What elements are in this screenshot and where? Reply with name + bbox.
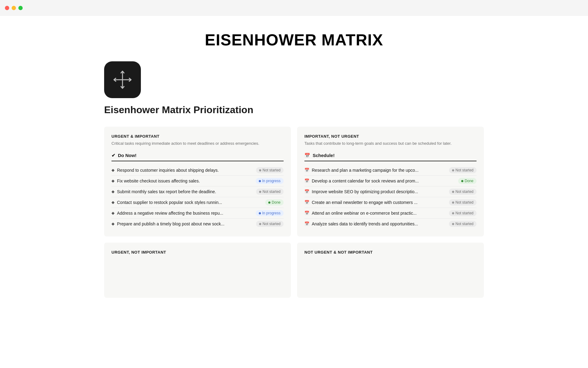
diamond-icon: ◆ xyxy=(111,221,115,226)
calendar-task-icon: 📅 xyxy=(304,211,309,215)
calendar-task-icon: 📅 xyxy=(304,200,309,205)
dot-icon xyxy=(461,180,463,182)
calendar-task-icon: 📅 xyxy=(304,189,309,194)
table-row[interactable]: ◆ Fix website checkout issues affecting … xyxy=(111,176,284,186)
page-subtitle: Eisenhower Matrix Prioritization xyxy=(104,104,484,116)
dot-icon xyxy=(259,223,261,225)
dot-icon xyxy=(259,180,261,182)
quadrant-urgent-important: URGENT & IMPORTANT Critical tasks requir… xyxy=(104,127,291,236)
app-icon xyxy=(104,61,141,98)
matrix-grid: URGENT & IMPORTANT Critical tasks requir… xyxy=(104,127,484,298)
table-row[interactable]: ◆ Respond to customer inquiries about sh… xyxy=(111,165,284,176)
status-badge: Not started xyxy=(449,221,477,227)
diamond-icon: ◆ xyxy=(111,189,115,194)
task-text: Improve website SEO by optimizing produc… xyxy=(312,189,418,194)
page-title: EISENHOWER MATRIX xyxy=(104,31,484,49)
diamond-icon: ◆ xyxy=(111,200,115,205)
table-row[interactable]: 📅 Attend an online webinar on e-commerce… xyxy=(304,208,477,219)
calendar-task-icon: 📅 xyxy=(304,178,309,183)
status-badge: Not started xyxy=(449,199,477,205)
section-title-schedule: 📅 Schedule! xyxy=(304,153,477,161)
window-chrome xyxy=(0,0,588,16)
dot-icon xyxy=(268,201,270,204)
table-row[interactable]: ◆ Prepare and publish a timely blog post… xyxy=(111,219,284,229)
table-row[interactable]: ◆ Address a negative review affecting th… xyxy=(111,208,284,219)
status-badge: Not started xyxy=(256,167,284,173)
status-badge: Not started xyxy=(256,221,284,227)
table-row[interactable]: 📅 Develop a content calendar for sock re… xyxy=(304,176,477,186)
task-text: Submit monthly sales tax report before t… xyxy=(117,189,216,194)
quadrant-not-urgent-not-important: NOT URGENT & NOT IMPORTANT xyxy=(297,243,484,298)
table-row[interactable]: ◆ Contact supplier to restock popular so… xyxy=(111,197,284,208)
checkmark-icon: ✔ xyxy=(111,153,115,158)
quadrant-header-urgent-important: URGENT & IMPORTANT xyxy=(111,134,284,139)
quadrant-header-important-not-urgent: IMPORTANT, NOT URGENT xyxy=(304,134,477,139)
status-badge: Not started xyxy=(256,189,284,195)
status-badge: Done xyxy=(265,199,284,205)
diamond-icon: ◆ xyxy=(111,211,115,215)
table-row[interactable]: 📅 Create an email newsletter to engage w… xyxy=(304,197,477,208)
task-text: Create an email newsletter to engage wit… xyxy=(312,200,418,205)
calendar-icon: 📅 xyxy=(304,153,310,158)
dot-icon xyxy=(259,169,261,171)
quadrant-desc-urgent-important: Critical tasks requiring immediate actio… xyxy=(111,140,284,147)
table-row[interactable]: 📅 Research and plan a marketing campaign… xyxy=(304,165,477,176)
task-text: Analyze sales data to identify trends an… xyxy=(312,221,418,226)
task-text: Contact supplier to restock popular sock… xyxy=(117,200,222,205)
close-button[interactable] xyxy=(5,6,9,10)
status-badge: In progress xyxy=(256,210,284,216)
app-icon-wrapper xyxy=(104,61,484,98)
table-row[interactable]: ◆ Submit monthly sales tax report before… xyxy=(111,186,284,197)
task-text: Develop a content calendar for sock revi… xyxy=(312,178,419,183)
task-text: Prepare and publish a timely blog post a… xyxy=(117,221,224,226)
main-content: EISENHOWER MATRIX Eisenho xyxy=(80,0,508,298)
status-badge: In progress xyxy=(256,178,284,184)
dot-icon xyxy=(259,212,261,214)
task-text: Address a negative review affecting the … xyxy=(117,211,223,216)
dot-icon xyxy=(452,201,454,204)
minimize-button[interactable] xyxy=(12,6,16,10)
quadrant-header-not-urgent-not-important: NOT URGENT & NOT IMPORTANT xyxy=(304,250,477,255)
table-row[interactable]: 📅 Improve website SEO by optimizing prod… xyxy=(304,186,477,197)
diamond-icon: ◆ xyxy=(111,178,115,183)
calendar-task-icon: 📅 xyxy=(304,168,309,172)
quadrant-important-not-urgent: IMPORTANT, NOT URGENT Tasks that contrib… xyxy=(297,127,484,236)
move-arrows-icon xyxy=(113,70,132,90)
task-text: Attend an online webinar on e-commerce b… xyxy=(312,211,417,216)
dot-icon xyxy=(452,223,454,225)
task-text: Respond to customer inquiries about ship… xyxy=(117,168,219,173)
dot-icon xyxy=(259,191,261,193)
task-text: Research and plan a marketing campaign f… xyxy=(312,168,419,173)
dot-icon xyxy=(452,169,454,171)
quadrant-desc-important-not-urgent: Tasks that contribute to long-term goals… xyxy=(304,140,477,147)
maximize-button[interactable] xyxy=(18,6,23,10)
calendar-task-icon: 📅 xyxy=(304,221,309,226)
section-title-do-now: ✔ Do Now! xyxy=(111,153,284,161)
quadrant-header-urgent-not-important: URGENT, NOT IMPORTANT xyxy=(111,250,284,255)
dot-icon xyxy=(452,191,454,193)
table-row[interactable]: 📅 Analyze sales data to identify trends … xyxy=(304,219,477,229)
status-badge: Done xyxy=(458,178,477,184)
diamond-icon: ◆ xyxy=(111,168,115,172)
status-badge: Not started xyxy=(449,167,477,173)
quadrant-urgent-not-important: URGENT, NOT IMPORTANT xyxy=(104,243,291,298)
status-badge: Not started xyxy=(449,189,477,195)
status-badge: Not started xyxy=(449,210,477,216)
task-text: Fix website checkout issues affecting sa… xyxy=(117,178,200,183)
dot-icon xyxy=(452,212,454,214)
